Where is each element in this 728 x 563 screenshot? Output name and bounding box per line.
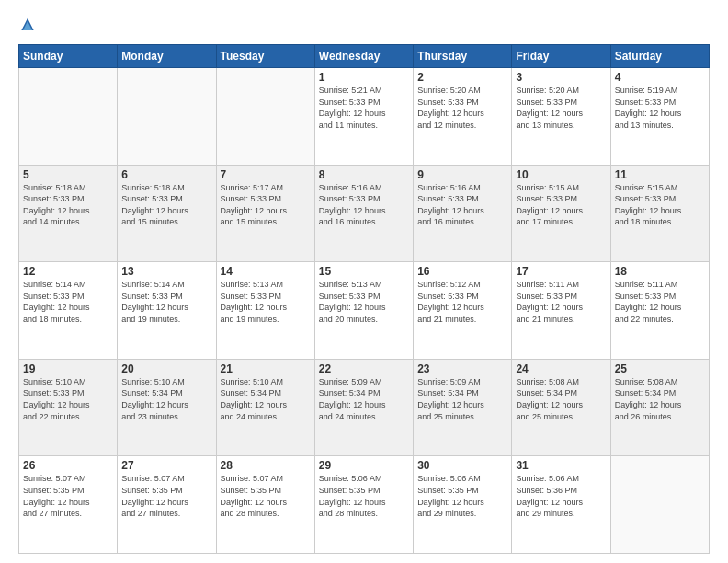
calendar-cell	[610, 456, 709, 554]
calendar-cell: 27Sunrise: 5:07 AM Sunset: 5:35 PM Dayli…	[118, 456, 216, 554]
day-number: 2	[417, 71, 507, 84]
weekday-header-friday: Friday	[512, 45, 610, 68]
day-number: 1	[319, 71, 409, 84]
weekday-header-monday: Monday	[118, 45, 216, 68]
day-info: Sunrise: 5:10 AM Sunset: 5:33 PM Dayligh…	[23, 376, 113, 422]
calendar-cell	[216, 68, 314, 166]
day-number: 31	[516, 459, 606, 472]
calendar-week-4: 19Sunrise: 5:10 AM Sunset: 5:33 PM Dayli…	[19, 359, 710, 456]
calendar-week-2: 5Sunrise: 5:18 AM Sunset: 5:33 PM Daylig…	[19, 165, 710, 262]
calendar-cell: 12Sunrise: 5:14 AM Sunset: 5:33 PM Dayli…	[19, 262, 118, 360]
day-info: Sunrise: 5:18 AM Sunset: 5:33 PM Dayligh…	[121, 182, 211, 228]
calendar-week-3: 12Sunrise: 5:14 AM Sunset: 5:33 PM Dayli…	[19, 262, 710, 360]
day-info: Sunrise: 5:16 AM Sunset: 5:33 PM Dayligh…	[319, 182, 409, 228]
calendar-cell: 4Sunrise: 5:19 AM Sunset: 5:33 PM Daylig…	[610, 68, 709, 166]
day-number: 27	[121, 459, 211, 472]
day-info: Sunrise: 5:20 AM Sunset: 5:33 PM Dayligh…	[417, 85, 507, 131]
logo-icon	[18, 17, 37, 35]
day-number: 25	[615, 362, 705, 375]
calendar-cell	[118, 68, 216, 166]
calendar-cell	[19, 68, 118, 166]
calendar-cell: 19Sunrise: 5:10 AM Sunset: 5:33 PM Dayli…	[19, 359, 118, 456]
day-info: Sunrise: 5:17 AM Sunset: 5:33 PM Dayligh…	[221, 182, 311, 228]
calendar-week-5: 26Sunrise: 5:07 AM Sunset: 5:35 PM Dayli…	[19, 456, 710, 554]
day-number: 18	[615, 265, 705, 278]
day-number: 21	[221, 362, 311, 375]
calendar-cell: 22Sunrise: 5:09 AM Sunset: 5:34 PM Dayli…	[314, 359, 413, 456]
day-number: 5	[23, 168, 113, 181]
calendar-cell: 8Sunrise: 5:16 AM Sunset: 5:33 PM Daylig…	[314, 165, 413, 262]
calendar-cell: 13Sunrise: 5:14 AM Sunset: 5:33 PM Dayli…	[118, 262, 216, 360]
calendar-cell: 24Sunrise: 5:08 AM Sunset: 5:34 PM Dayli…	[512, 359, 610, 456]
day-info: Sunrise: 5:11 AM Sunset: 5:33 PM Dayligh…	[615, 279, 705, 325]
day-number: 10	[516, 168, 606, 181]
day-number: 30	[417, 459, 507, 472]
weekday-header-wednesday: Wednesday	[314, 45, 413, 68]
day-info: Sunrise: 5:14 AM Sunset: 5:33 PM Dayligh…	[121, 279, 211, 325]
weekday-header-row: SundayMondayTuesdayWednesdayThursdayFrid…	[19, 45, 710, 68]
calendar-cell: 5Sunrise: 5:18 AM Sunset: 5:33 PM Daylig…	[19, 165, 118, 262]
calendar-cell: 7Sunrise: 5:17 AM Sunset: 5:33 PM Daylig…	[216, 165, 314, 262]
day-info: Sunrise: 5:14 AM Sunset: 5:33 PM Dayligh…	[23, 279, 113, 325]
day-number: 28	[221, 459, 311, 472]
calendar-cell: 26Sunrise: 5:07 AM Sunset: 5:35 PM Dayli…	[19, 456, 118, 554]
day-info: Sunrise: 5:18 AM Sunset: 5:33 PM Dayligh…	[23, 182, 113, 228]
day-info: Sunrise: 5:13 AM Sunset: 5:33 PM Dayligh…	[221, 279, 311, 325]
calendar-cell: 15Sunrise: 5:13 AM Sunset: 5:33 PM Dayli…	[314, 262, 413, 360]
day-number: 7	[221, 168, 311, 181]
day-number: 19	[23, 362, 113, 375]
day-number: 12	[23, 265, 113, 278]
calendar-cell: 20Sunrise: 5:10 AM Sunset: 5:34 PM Dayli…	[118, 359, 216, 456]
day-info: Sunrise: 5:15 AM Sunset: 5:33 PM Dayligh…	[615, 182, 705, 228]
day-number: 24	[516, 362, 606, 375]
day-number: 8	[319, 168, 409, 181]
calendar-cell: 17Sunrise: 5:11 AM Sunset: 5:33 PM Dayli…	[512, 262, 610, 360]
calendar-cell: 31Sunrise: 5:06 AM Sunset: 5:36 PM Dayli…	[512, 456, 610, 554]
day-number: 17	[516, 265, 606, 278]
weekday-header-tuesday: Tuesday	[216, 45, 314, 68]
day-info: Sunrise: 5:07 AM Sunset: 5:35 PM Dayligh…	[221, 473, 311, 519]
day-number: 4	[615, 71, 705, 84]
header	[18, 17, 710, 35]
weekday-header-thursday: Thursday	[414, 45, 512, 68]
day-info: Sunrise: 5:10 AM Sunset: 5:34 PM Dayligh…	[121, 376, 211, 422]
calendar-cell: 2Sunrise: 5:20 AM Sunset: 5:33 PM Daylig…	[414, 68, 512, 166]
day-number: 23	[417, 362, 507, 375]
calendar-cell: 18Sunrise: 5:11 AM Sunset: 5:33 PM Dayli…	[610, 262, 709, 360]
day-number: 11	[615, 168, 705, 181]
day-info: Sunrise: 5:20 AM Sunset: 5:33 PM Dayligh…	[516, 85, 606, 131]
weekday-header-sunday: Sunday	[19, 45, 118, 68]
day-info: Sunrise: 5:09 AM Sunset: 5:34 PM Dayligh…	[319, 376, 409, 422]
day-number: 16	[417, 265, 507, 278]
day-number: 29	[319, 459, 409, 472]
calendar-cell: 28Sunrise: 5:07 AM Sunset: 5:35 PM Dayli…	[216, 456, 314, 554]
calendar-cell: 21Sunrise: 5:10 AM Sunset: 5:34 PM Dayli…	[216, 359, 314, 456]
day-info: Sunrise: 5:12 AM Sunset: 5:33 PM Dayligh…	[417, 279, 507, 325]
day-number: 9	[417, 168, 507, 181]
calendar-cell: 6Sunrise: 5:18 AM Sunset: 5:33 PM Daylig…	[118, 165, 216, 262]
day-info: Sunrise: 5:21 AM Sunset: 5:33 PM Dayligh…	[319, 85, 409, 131]
day-info: Sunrise: 5:08 AM Sunset: 5:34 PM Dayligh…	[615, 376, 705, 422]
calendar-cell: 23Sunrise: 5:09 AM Sunset: 5:34 PM Dayli…	[414, 359, 512, 456]
day-info: Sunrise: 5:16 AM Sunset: 5:33 PM Dayligh…	[417, 182, 507, 228]
day-number: 13	[121, 265, 211, 278]
day-number: 14	[221, 265, 311, 278]
weekday-header-saturday: Saturday	[610, 45, 709, 68]
day-info: Sunrise: 5:11 AM Sunset: 5:33 PM Dayligh…	[516, 279, 606, 325]
day-number: 26	[23, 459, 113, 472]
calendar-cell: 10Sunrise: 5:15 AM Sunset: 5:33 PM Dayli…	[512, 165, 610, 262]
day-number: 6	[121, 168, 211, 181]
day-info: Sunrise: 5:15 AM Sunset: 5:33 PM Dayligh…	[516, 182, 606, 228]
day-info: Sunrise: 5:07 AM Sunset: 5:35 PM Dayligh…	[121, 473, 211, 519]
calendar-cell: 1Sunrise: 5:21 AM Sunset: 5:33 PM Daylig…	[314, 68, 413, 166]
day-info: Sunrise: 5:06 AM Sunset: 5:35 PM Dayligh…	[417, 473, 507, 519]
calendar-week-1: 1Sunrise: 5:21 AM Sunset: 5:33 PM Daylig…	[19, 68, 710, 166]
calendar-cell: 30Sunrise: 5:06 AM Sunset: 5:35 PM Dayli…	[414, 456, 512, 554]
logo	[18, 17, 40, 35]
day-number: 20	[121, 362, 211, 375]
day-info: Sunrise: 5:06 AM Sunset: 5:35 PM Dayligh…	[319, 473, 409, 519]
day-info: Sunrise: 5:10 AM Sunset: 5:34 PM Dayligh…	[221, 376, 311, 422]
page: SundayMondayTuesdayWednesdayThursdayFrid…	[0, 0, 728, 563]
calendar-table: SundayMondayTuesdayWednesdayThursdayFrid…	[18, 44, 710, 554]
day-number: 15	[319, 265, 409, 278]
